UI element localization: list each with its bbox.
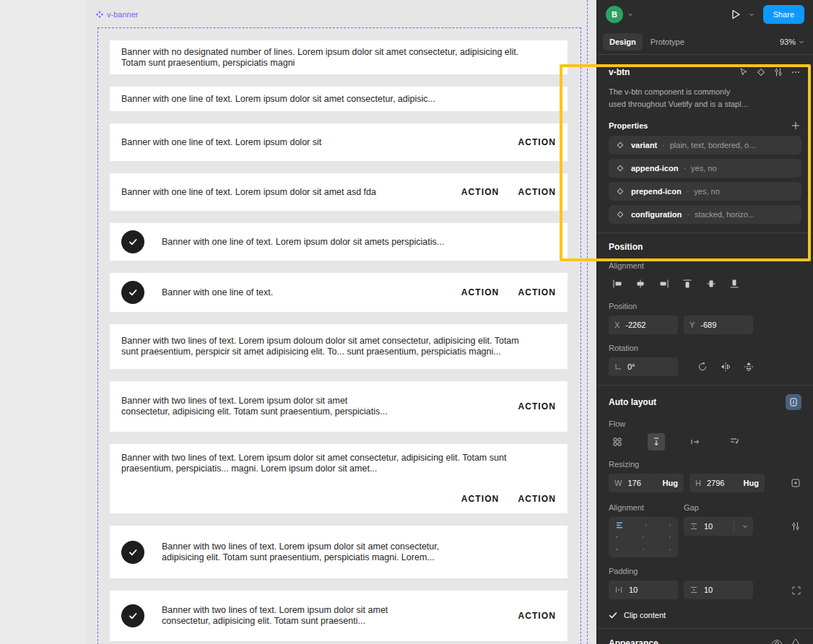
alignment-current-icon (616, 522, 623, 528)
property-options: stacked, horizo... (695, 210, 755, 219)
action-button[interactable]: ACTION (518, 287, 556, 298)
auto-layout-settings-button[interactable] (786, 394, 801, 410)
padding-label: Padding (609, 567, 801, 575)
property-row-prepend-icon[interactable]: prepend-icon · yes, no (609, 182, 801, 201)
gap-chevron-down-icon[interactable] (740, 523, 750, 529)
alignment-pad[interactable] (609, 517, 678, 557)
banner-text: Banner with one line of text. Lorem ipsu… (162, 237, 556, 248)
appearance-section: Appearance (597, 629, 813, 644)
flow-vertical-icon[interactable] (648, 433, 665, 451)
align-right-icon[interactable] (656, 275, 673, 292)
flip-vertical-icon[interactable] (740, 358, 757, 375)
present-play-icon[interactable] (727, 6, 744, 23)
resizing-settings-icon[interactable] (790, 477, 801, 489)
canvas-left-area (0, 0, 85, 644)
more-icon[interactable] (790, 66, 801, 78)
action-button[interactable]: ACTION (461, 494, 500, 505)
flow-horizontal-icon[interactable] (687, 433, 704, 451)
property-row-append-icon[interactable]: append-icon · yes, no (609, 159, 801, 178)
action-button[interactable]: ACTION (518, 401, 556, 412)
x-label: X (614, 321, 619, 329)
flow-grid-icon[interactable] (609, 433, 626, 451)
action-button[interactable]: ACTION (518, 611, 556, 622)
banner-one-line[interactable]: Banner with one line of text. Lorem ipsu… (110, 87, 568, 111)
panel-tabs: Design Prototype 93% (597, 29, 813, 55)
checkmark-icon (609, 611, 617, 619)
property-row-variant[interactable]: variant · plain, text, bordered, o... (609, 136, 801, 155)
banner-text: Banner with one line of text. (162, 287, 444, 298)
align-horizontal-center-icon[interactable] (632, 275, 649, 292)
banner-text: Banner with two lines of text. Lorem ips… (121, 453, 556, 474)
height-input[interactable]: H 2796 Hug (690, 474, 765, 492)
horizontal-padding-input[interactable]: 10 (609, 580, 678, 599)
banner-two-lines[interactable]: Banner with two lines of text. Lorem ips… (110, 324, 568, 369)
frame-label[interactable]: v-banner (96, 10, 138, 19)
align-vertical-center-icon[interactable] (703, 275, 720, 292)
banner-text: Banner with one line of text. Lorem ipsu… (121, 187, 444, 198)
component-description: The v-btn component is commonly used thr… (609, 86, 801, 110)
banner-one-line-icon[interactable]: Banner with one line of text. Lorem ipsu… (110, 223, 568, 261)
add-property-button[interactable] (790, 120, 801, 131)
design-canvas[interactable]: v-banner Banner with no designated numbe… (0, 0, 596, 644)
action-button[interactable]: ACTION (461, 187, 500, 198)
banner-actions: ACTION (518, 137, 556, 148)
frame-name: v-banner (107, 10, 138, 19)
vertical-padding-icon (690, 586, 698, 594)
component-diamond-icon[interactable] (755, 66, 767, 78)
gap-input[interactable]: 10 (684, 517, 753, 536)
align-top-icon[interactable] (679, 275, 696, 292)
zoom-control[interactable]: 93% (780, 38, 807, 46)
alignment-label: Alignment (609, 261, 801, 270)
avatar-chevron-down-icon[interactable] (627, 12, 633, 17)
banner-one-line-action[interactable]: Banner with one line of text. Lorem ipsu… (110, 123, 568, 161)
flow-wrap-icon[interactable] (726, 433, 743, 451)
select-instance-icon[interactable] (738, 66, 749, 78)
share-button[interactable]: Share (763, 5, 804, 24)
droplet-icon[interactable] (790, 638, 801, 644)
flip-horizontal-icon[interactable] (717, 358, 734, 375)
action-button[interactable]: ACTION (518, 494, 556, 505)
banner-text: Banner with one line of text. Lorem ipsu… (121, 137, 500, 148)
banner-text: Banner with two lines of text. Lorem ips… (162, 541, 556, 563)
tab-design[interactable]: Design (603, 33, 643, 51)
present-chevron-down-icon[interactable] (749, 12, 755, 17)
banner-two-lines-action[interactable]: Banner with two lines of text. Lorem ips… (110, 381, 568, 432)
avatar[interactable]: B (606, 6, 623, 23)
banner-text: Banner with two lines of text. Lorem ips… (162, 605, 500, 627)
align-left-icon[interactable] (609, 275, 626, 292)
position-title: Position (609, 242, 801, 252)
tab-prototype[interactable]: Prototype (644, 33, 691, 51)
x-position-input[interactable]: X -2262 (609, 316, 678, 334)
zoom-value: 93% (780, 38, 796, 46)
banner-actions: ACTION (518, 611, 556, 622)
action-button[interactable]: ACTION (461, 287, 500, 298)
rotate-icon[interactable] (694, 358, 711, 375)
banner-two-lines-icon[interactable]: Banner with two lines of text. Lorem ips… (110, 526, 568, 578)
banner-two-lines-actions-below[interactable]: Banner with two lines of text. Lorem ips… (110, 444, 568, 513)
outer-frame-edge (587, 0, 588, 644)
x-value: -2262 (625, 321, 645, 329)
y-position-input[interactable]: Y -689 (684, 316, 753, 334)
banner-two-lines-icon-action[interactable]: Banner with two lines of text. Lorem ips… (110, 591, 568, 641)
rotation-input[interactable]: 0° (609, 357, 678, 376)
position-section: Position Alignment Position (597, 233, 813, 386)
spacing-settings-icon[interactable] (790, 521, 801, 532)
h-mode[interactable]: Hug (744, 479, 759, 487)
action-button[interactable]: ACTION (518, 187, 556, 198)
horizontal-padding-value: 10 (629, 586, 638, 594)
y-value: -689 (700, 321, 716, 329)
w-mode[interactable]: Hug (663, 479, 678, 487)
action-button[interactable]: ACTION (518, 137, 556, 148)
align-bottom-icon[interactable] (726, 275, 743, 292)
banner-one-line-two-actions[interactable]: Banner with one line of text. Lorem ipsu… (110, 173, 568, 211)
width-input[interactable]: W 176 Hug (609, 474, 684, 492)
property-separator: · (662, 141, 665, 149)
eye-icon[interactable] (771, 638, 783, 644)
clip-content-checkbox[interactable]: Clip content (609, 611, 801, 619)
banner-one-line-icon-actions[interactable]: Banner with one line of text. ACTION ACT… (110, 273, 568, 312)
vertical-padding-input[interactable]: 10 (684, 580, 753, 599)
independent-padding-icon[interactable] (790, 584, 801, 596)
banner-no-lines[interactable]: Banner with no designated number of line… (110, 40, 568, 74)
property-row-configuration[interactable]: configuration · stacked, horizo... (609, 205, 801, 224)
sliders-icon[interactable] (773, 66, 784, 78)
